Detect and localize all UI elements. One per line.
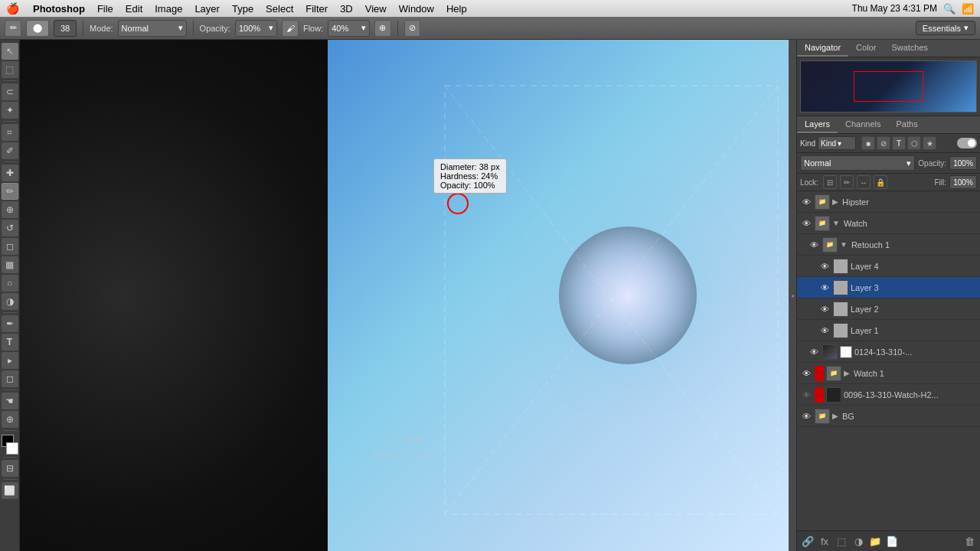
menu-type[interactable]: Type: [226, 2, 260, 16]
layer-vis-layer3[interactable]: 👁: [818, 282, 831, 294]
lock-transparent-btn[interactable]: ⊟: [823, 175, 837, 189]
tab-paths[interactable]: Paths: [889, 116, 926, 133]
watch-arrow[interactable]: ▼: [832, 219, 840, 227]
lock-move-btn[interactable]: ↔: [857, 175, 871, 189]
layer-vis-layer1[interactable]: 👁: [818, 324, 831, 337]
layer-item-img0124[interactable]: 👁 0124-13-310-...: [797, 341, 980, 363]
layer-item-layer1[interactable]: 👁 Layer 1: [797, 320, 980, 341]
canvas-area[interactable]: Diameter: 38 px Hardness: 24% Opacity: 1…: [20, 40, 789, 551]
brush-tool[interactable]: ✏: [2, 183, 18, 200]
opacity-input[interactable]: 100%: [949, 156, 977, 170]
layer-vis-layer4[interactable]: 👁: [818, 260, 831, 272]
eyedropper-tool[interactable]: ✐: [2, 142, 18, 159]
menu-edit[interactable]: Edit: [119, 2, 149, 16]
extras-btn[interactable]: ⊘: [404, 20, 420, 37]
layer-item-bg[interactable]: 👁 📁 ▶ BG: [797, 406, 980, 427]
opacity-airbrush-btn[interactable]: 🖌: [282, 20, 299, 37]
pen-tool[interactable]: ✒: [2, 315, 18, 332]
new-layer-btn[interactable]: 📄: [884, 533, 900, 549]
tab-layers[interactable]: Layers: [797, 116, 838, 133]
layer-mask-btn[interactable]: ⬚: [834, 533, 849, 549]
retouch1-arrow[interactable]: ▼: [840, 240, 848, 249]
layer-item-watch[interactable]: 👁 📁 ▼ Watch: [797, 213, 980, 234]
dodge-tool[interactable]: ◑: [2, 293, 18, 310]
lock-paint-btn[interactable]: ✏: [840, 175, 854, 189]
filter-toggle[interactable]: [957, 138, 977, 148]
quick-mask-btn[interactable]: ⊟: [2, 460, 18, 477]
healing-tool[interactable]: ✚: [2, 165, 18, 181]
path-select-tool[interactable]: ▸: [2, 352, 18, 369]
menu-layer[interactable]: Layer: [188, 2, 226, 16]
layer-vis-img0096[interactable]: 👁: [800, 389, 812, 401]
search-icon[interactable]: 🔍: [943, 3, 956, 15]
magic-wand-tool[interactable]: ✦: [2, 102, 18, 119]
layer-item-layer3[interactable]: 👁 Layer 3: [797, 277, 980, 298]
new-group-btn[interactable]: 📁: [867, 533, 883, 549]
brush-size-input[interactable]: 38: [54, 20, 77, 37]
layer-vis-retouch1[interactable]: 👁: [808, 239, 820, 251]
menu-select[interactable]: Select: [260, 2, 299, 16]
filter-type-btn[interactable]: T: [892, 136, 906, 150]
shape-tool[interactable]: ◻: [2, 370, 18, 387]
screen-mode-btn[interactable]: ⬜: [2, 482, 18, 499]
layer-vis-hipster[interactable]: 👁: [800, 196, 812, 208]
filter-kind-dropdown[interactable]: Kind▾: [818, 136, 856, 150]
menu-filter[interactable]: Filter: [299, 2, 334, 16]
menu-photoshop[interactable]: Photoshop: [27, 2, 91, 16]
tab-swatches[interactable]: Swatches: [884, 40, 936, 57]
tab-color[interactable]: Color: [848, 40, 884, 57]
opacity-dropdown[interactable]: 100%▾: [235, 20, 277, 37]
fill-input[interactable]: 100%: [949, 175, 977, 189]
filter-smart-btn[interactable]: ★: [923, 136, 936, 150]
brush-tool-btn[interactable]: ✏: [5, 20, 21, 37]
hand-tool[interactable]: ☚: [2, 393, 18, 409]
tab-navigator[interactable]: Navigator: [797, 40, 848, 57]
layer-adjustment-btn[interactable]: ◑: [851, 533, 866, 549]
layer-vis-layer2[interactable]: 👁: [818, 303, 831, 315]
delete-layer-btn[interactable]: 🗑: [962, 533, 977, 549]
flow-dropdown[interactable]: 40%▾: [328, 20, 370, 37]
layer-vis-watch[interactable]: 👁: [800, 217, 812, 230]
lock-all-btn[interactable]: 🔒: [874, 175, 887, 189]
gradient-tool[interactable]: ▦: [2, 256, 18, 273]
menu-image[interactable]: Image: [149, 2, 188, 16]
layers-list[interactable]: 👁 📁 ▶ Hipster 👁 📁 ▼ Watch 👁 📁 ▼: [797, 191, 980, 530]
tab-channels[interactable]: Channels: [838, 116, 888, 133]
select-tool[interactable]: ⬚: [2, 61, 18, 78]
layer-vis-img0124[interactable]: 👁: [808, 346, 820, 358]
filter-shape-btn[interactable]: ⬡: [907, 136, 921, 150]
menu-3d[interactable]: 3D: [334, 2, 359, 16]
blur-tool[interactable]: ○: [2, 275, 18, 292]
watch1-arrow[interactable]: ▶: [844, 369, 850, 377]
layer-item-img0096[interactable]: 👁 0096-13-310-Watch-H2...: [797, 384, 980, 406]
menu-help[interactable]: Help: [440, 2, 473, 16]
layer-style-btn[interactable]: fx: [817, 533, 832, 549]
brush-size-picker[interactable]: ⬤: [26, 20, 49, 37]
blending-mode-dropdown[interactable]: Normal▾: [800, 155, 915, 171]
right-panel-collapse[interactable]: ◂: [789, 40, 796, 551]
filter-pixel-btn[interactable]: ■: [861, 136, 875, 150]
link-layers-btn[interactable]: 🔗: [800, 533, 815, 549]
layer-item-layer4[interactable]: 👁 Layer 4: [797, 256, 980, 277]
eraser-tool[interactable]: ◻: [2, 238, 18, 255]
background-color[interactable]: [6, 442, 18, 455]
workspace-dropdown[interactable]: Essentials▾: [916, 21, 975, 35]
layer-item-watch1[interactable]: 👁 📁 ▶ Watch 1: [797, 363, 980, 384]
lasso-tool[interactable]: ⊂: [2, 83, 18, 100]
zoom-tool[interactable]: ⊕: [2, 411, 18, 428]
menu-window[interactable]: Window: [393, 2, 440, 16]
move-tool[interactable]: ↖: [2, 43, 18, 60]
layer-item-retouch1[interactable]: 👁 📁 ▼ Retouch 1: [797, 234, 980, 256]
text-tool[interactable]: T: [2, 334, 18, 350]
hipster-arrow[interactable]: ▶: [832, 197, 838, 206]
flow-icon-btn[interactable]: ⊕: [374, 20, 391, 37]
filter-adjust-btn[interactable]: ⊘: [877, 136, 890, 150]
layer-vis-watch1[interactable]: 👁: [800, 367, 812, 380]
layer-vis-bg[interactable]: 👁: [800, 410, 812, 422]
bg-arrow[interactable]: ▶: [832, 412, 838, 420]
crop-tool[interactable]: ⌗: [2, 124, 18, 141]
apple-menu[interactable]: 🍎: [6, 2, 19, 15]
mode-dropdown[interactable]: Normal▾: [118, 20, 187, 37]
layer-item-layer2[interactable]: 👁 Layer 2: [797, 298, 980, 320]
menu-view[interactable]: View: [359, 2, 393, 16]
